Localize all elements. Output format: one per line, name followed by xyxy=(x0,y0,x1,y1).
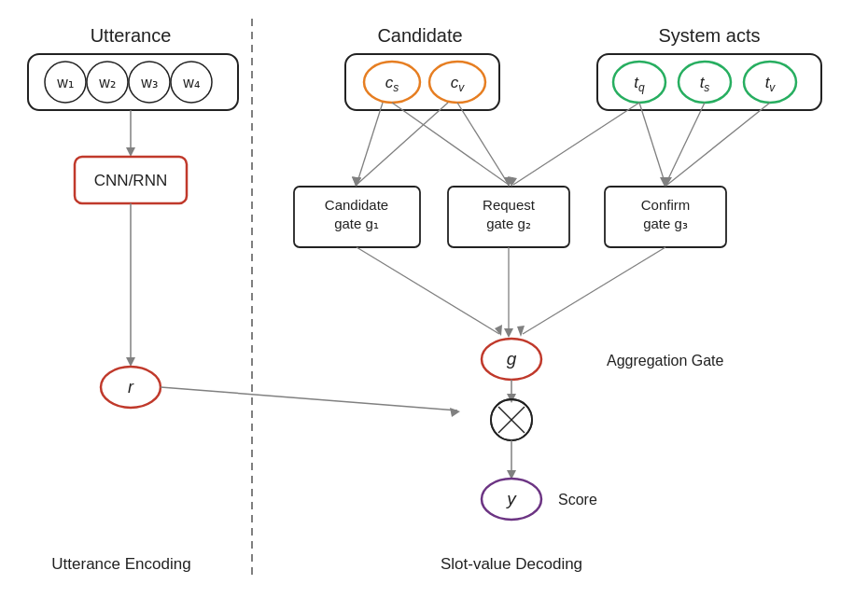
svg-rect-20 xyxy=(345,54,499,110)
svg-text:gate g₁: gate g₁ xyxy=(334,216,379,231)
diagram: Utterance w₁ w₂ w₃ w₄ CNN/RNN r Utteranc… xyxy=(0,0,868,612)
svg-text:gate g₃: gate g₃ xyxy=(643,216,688,231)
svg-text:r: r xyxy=(128,378,134,396)
svg-marker-15 xyxy=(126,357,135,367)
aggregation-gate-label: Aggregation Gate xyxy=(607,353,724,369)
svg-marker-60 xyxy=(504,328,513,338)
slot-value-decoding-label: Slot-value Decoding xyxy=(441,555,582,573)
svg-line-61 xyxy=(523,247,665,334)
svg-marker-66 xyxy=(507,394,516,403)
svg-text:CNN/RNN: CNN/RNN xyxy=(94,172,167,189)
svg-text:cv: cv xyxy=(451,74,466,94)
svg-text:Candidate: Candidate xyxy=(325,197,388,213)
svg-line-55 xyxy=(667,103,770,185)
svg-line-53 xyxy=(665,103,705,185)
svg-text:y: y xyxy=(505,489,517,508)
svg-text:tv: tv xyxy=(765,74,777,94)
svg-line-43 xyxy=(357,103,448,185)
svg-marker-11 xyxy=(126,147,135,157)
svg-text:cs: cs xyxy=(385,74,399,94)
svg-marker-62 xyxy=(517,326,525,337)
svg-text:gate g₂: gate g₂ xyxy=(486,216,531,231)
svg-text:w₃: w₃ xyxy=(140,75,158,90)
candidate-title: Candidate xyxy=(377,25,462,46)
svg-line-45 xyxy=(392,103,509,185)
svg-text:w₄: w₄ xyxy=(182,75,200,90)
svg-text:ts: ts xyxy=(700,74,710,94)
svg-text:Confirm: Confirm xyxy=(641,197,691,213)
score-label: Score xyxy=(558,492,597,508)
svg-text:w₂: w₂ xyxy=(98,75,116,90)
utterance-title: Utterance xyxy=(91,25,172,46)
svg-line-49 xyxy=(513,103,639,185)
svg-text:w₁: w₁ xyxy=(56,75,74,90)
svg-marker-19 xyxy=(450,408,460,417)
utterance-encoding-label: Utterance Encoding xyxy=(51,555,190,573)
svg-line-57 xyxy=(357,247,499,334)
svg-text:tq: tq xyxy=(634,74,645,94)
svg-line-18 xyxy=(161,387,457,410)
svg-line-51 xyxy=(639,103,665,185)
svg-text:Request: Request xyxy=(483,197,536,213)
svg-text:g: g xyxy=(507,349,517,369)
system-acts-title: System acts xyxy=(659,25,761,46)
svg-marker-58 xyxy=(495,325,502,336)
svg-line-47 xyxy=(457,103,509,185)
